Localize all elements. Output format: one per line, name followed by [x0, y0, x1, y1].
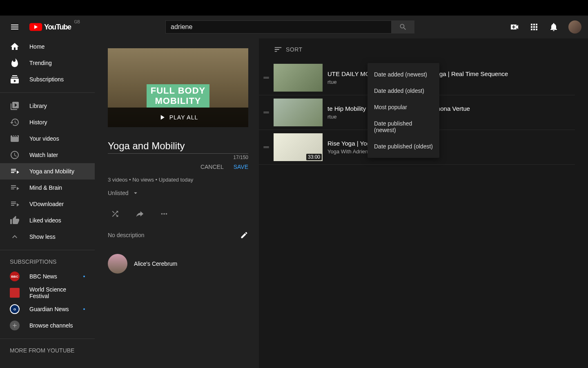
sidebar-item-playlist-vdownloader[interactable]: VDownloader [0, 196, 95, 212]
video-duration: 33:00 [306, 154, 322, 160]
sort-option[interactable]: Most popular [368, 99, 439, 115]
sidebar-item-subscriptions[interactable]: Subscriptions [0, 71, 95, 88]
search-button[interactable] [392, 20, 414, 34]
hamburger-menu-icon[interactable] [7, 19, 23, 35]
channel-avatar-icon [10, 288, 20, 298]
shuffle-button[interactable] [108, 206, 122, 221]
playlist-meta: 3 videos • No views • Updated today [108, 177, 246, 183]
sidebar-item-liked[interactable]: Liked videos [0, 212, 95, 229]
thumbnail-text: FULL BODYMOBILITY [147, 84, 209, 107]
video-channel: rtue [327, 79, 575, 85]
video-thumbnail[interactable]: 33:00 [274, 133, 323, 161]
title-char-count: 17/150 [108, 155, 248, 160]
notifications-icon[interactable] [546, 19, 562, 35]
save-button[interactable]: SAVE [234, 164, 248, 170]
sidebar-sub-wsf[interactable]: World Science Festival [0, 285, 95, 301]
cancel-button[interactable]: CANCEL [200, 164, 224, 170]
playlist-thumbnail[interactable]: FULL BODYMOBILITY PLAY ALL [108, 48, 248, 127]
drag-handle-icon[interactable] [259, 143, 274, 151]
visibility-dropdown[interactable]: Unlisted [108, 189, 246, 197]
sidebar-browse-channels[interactable]: Browse channels [0, 317, 95, 334]
video-title: te Hip Mobility Sequence | Real Time | S… [327, 105, 575, 112]
drag-handle-icon[interactable] [259, 74, 274, 82]
more-button[interactable] [157, 206, 172, 221]
sidebar-item-showless[interactable]: Show less [0, 229, 95, 245]
playlist-title-input[interactable] [108, 137, 248, 154]
drag-handle-icon[interactable] [259, 108, 274, 117]
channel-avatar-icon: G [10, 304, 20, 314]
owner-name[interactable]: Alice's Cerebrum [134, 260, 177, 267]
sidebar-more-title: MORE FROM YOUTUBE [0, 344, 95, 357]
video-thumbnail[interactable] [274, 64, 323, 92]
logo-region-label: GB [74, 20, 80, 24]
new-content-dot [83, 276, 85, 277]
new-content-dot [83, 308, 85, 310]
youtube-logo[interactable]: YouTube GB [29, 22, 74, 32]
video-thumbnail[interactable] [274, 99, 323, 126]
sidebar: Home Trending Subscriptions Library Hist… [0, 38, 95, 368]
video-title: Rise Yoga | Yoga With Adriene [327, 140, 575, 147]
sidebar-item-trending[interactable]: Trending [0, 55, 95, 71]
edit-description-icon[interactable] [240, 231, 248, 239]
video-title: UTE DAILY MOBILITY ROUTINE | No Yoga | R… [327, 70, 575, 77]
search-box [165, 20, 414, 34]
sidebar-item-playlist-yoga[interactable]: Yoga and Mobility [0, 163, 95, 180]
sidebar-item-library[interactable]: Library [0, 98, 95, 114]
sort-option[interactable]: Date published (newest) [368, 115, 439, 138]
dropdown-arrow-icon [132, 189, 139, 197]
playlist-info-panel: FULL BODYMOBILITY PLAY ALL 17/150 CANCEL… [95, 38, 259, 368]
sort-icon [274, 45, 283, 54]
sort-option[interactable]: Date published (oldest) [368, 138, 439, 155]
video-channel: rtue [327, 114, 575, 120]
sidebar-sub-bbc[interactable]: BBCBBC News [0, 268, 95, 285]
apps-icon[interactable] [526, 19, 542, 35]
sidebar-item-yourvideos[interactable]: Your videos [0, 130, 95, 147]
sort-option[interactable]: Date added (newest) [368, 66, 439, 83]
play-icon [158, 113, 166, 121]
sort-menu: Date added (newest) Date added (oldest) … [368, 63, 439, 158]
search-icon [399, 23, 407, 31]
description-text: No description [108, 232, 145, 238]
header: YouTube GB [0, 16, 588, 38]
svg-text:YouTube: YouTube [44, 23, 71, 31]
create-video-icon[interactable] [506, 19, 523, 35]
sidebar-item-home[interactable]: Home [0, 38, 95, 55]
sidebar-item-playlist-mind[interactable]: Mind & Brain [0, 180, 95, 196]
search-input[interactable] [165, 20, 392, 34]
sidebar-subs-title: SUBSCRIPTIONS [0, 255, 95, 268]
user-avatar[interactable] [568, 20, 581, 34]
sort-button[interactable]: SORT [259, 38, 575, 61]
plus-icon [10, 321, 20, 330]
channel-avatar-icon: BBC [10, 272, 20, 281]
sidebar-item-history[interactable]: History [0, 114, 95, 130]
share-button[interactable] [132, 206, 147, 221]
sort-option[interactable]: Date added (oldest) [368, 83, 439, 99]
play-all-button[interactable]: PLAY ALL [108, 108, 248, 127]
video-channel: Yoga With Adriene [327, 148, 575, 155]
sidebar-item-watchlater[interactable]: Watch later [0, 147, 95, 163]
owner-avatar[interactable] [108, 254, 127, 274]
sidebar-sub-guardian[interactable]: GGuardian News [0, 301, 95, 317]
